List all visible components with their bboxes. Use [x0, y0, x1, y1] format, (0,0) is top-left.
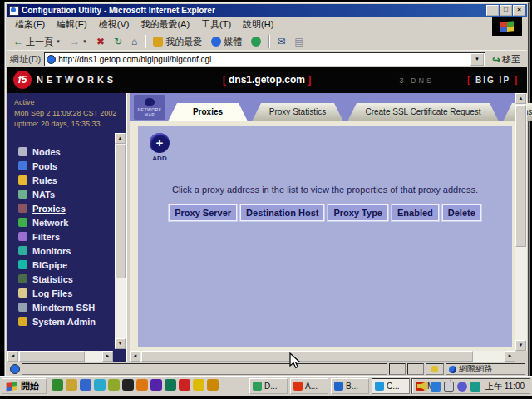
- tray-app-icon[interactable]: [457, 382, 467, 392]
- taskbar-window-button-label: C...: [387, 382, 400, 391]
- address-input[interactable]: http://dns1.getop.com/bigipgui/bigconf.c…: [44, 52, 485, 66]
- sidebar-item[interactable]: Statistics: [7, 272, 113, 286]
- quick-launch-icon[interactable]: [179, 379, 190, 391]
- maximize-button[interactable]: □: [500, 5, 512, 16]
- sidebar-item[interactable]: NATs: [7, 187, 113, 201]
- media-icon: [211, 37, 221, 47]
- menu-item[interactable]: 編輯(E): [52, 17, 92, 32]
- scrollbar-thumb[interactable]: [515, 105, 526, 247]
- taskbar-window-button[interactable]: B...: [331, 378, 369, 394]
- sidebar-item[interactable]: Filters: [7, 229, 113, 244]
- sidebar-item[interactable]: Proxies: [7, 201, 113, 215]
- refresh-button[interactable]: ↻: [111, 36, 126, 47]
- go-label: 移至: [502, 53, 520, 66]
- hostname: dns1.getop.com: [229, 74, 305, 86]
- close-button[interactable]: ×: [513, 5, 525, 16]
- menu-item[interactable]: 工具(T): [196, 17, 236, 32]
- sidebar-item[interactable]: Pools: [7, 159, 113, 173]
- mail-icon: ✉: [277, 37, 285, 47]
- scrollbar-thumb[interactable]: [115, 145, 126, 278]
- volume-icon[interactable]: [417, 382, 427, 392]
- link-bigip[interactable]: [ BIG IP ]: [467, 76, 519, 85]
- scrollbar-thumb[interactable]: [19, 351, 85, 362]
- quick-launch-icon[interactable]: [207, 379, 219, 391]
- title-bar[interactable]: Configuration Utility - Microsoft Intern…: [7, 4, 527, 17]
- mail-button[interactable]: ✉: [273, 36, 288, 47]
- link-3dns[interactable]: 3 DNS: [399, 76, 434, 85]
- sidebar-item[interactable]: Nodes: [7, 145, 113, 159]
- quick-launch-icon[interactable]: [122, 379, 134, 391]
- taskbar-window-button[interactable]: C...: [372, 378, 410, 394]
- start-button[interactable]: 開始: [2, 378, 47, 394]
- scroll-up-icon[interactable]: ▲: [515, 93, 526, 104]
- sidebar-item[interactable]: Rules: [7, 173, 113, 187]
- go-button[interactable]: ↪ 移至: [489, 53, 524, 66]
- menu-item[interactable]: 檔案(F): [10, 17, 50, 32]
- sidebar-item[interactable]: Mindterm SSH: [7, 300, 113, 314]
- media-button[interactable]: 媒體: [208, 35, 245, 49]
- quick-launch-icon[interactable]: [150, 379, 162, 391]
- quick-launch-icon[interactable]: [193, 379, 204, 391]
- back-dropdown-icon[interactable]: ▼: [56, 39, 61, 44]
- quick-launch-icon[interactable]: [108, 379, 120, 391]
- taskbar-window-button-icon: [375, 382, 384, 391]
- home-button[interactable]: ⌂: [128, 36, 140, 47]
- message-icon[interactable]: [431, 382, 441, 392]
- url-text[interactable]: http://dns1.getop.com/bigipgui/bigconf.c…: [58, 55, 468, 64]
- favorites-button[interactable]: 我的最愛: [150, 35, 205, 49]
- quick-launch-icon[interactable]: [136, 379, 148, 391]
- quick-launch-icon[interactable]: [80, 379, 91, 391]
- scroll-right-icon[interactable]: ►: [102, 351, 113, 362]
- taskbar: 開始 D... A... B... C... M...: [0, 376, 532, 396]
- add-proxy-button[interactable]: +: [150, 133, 170, 153]
- history-button[interactable]: [248, 36, 264, 47]
- print-button[interactable]: ▤: [291, 36, 307, 47]
- forward-button[interactable]: → ▼: [66, 36, 91, 47]
- quick-launch-icon[interactable]: [165, 379, 176, 391]
- table-header-cell[interactable]: Delete: [442, 204, 481, 221]
- menu-item[interactable]: 說明(H): [238, 17, 278, 32]
- scroll-left-icon[interactable]: ◄: [130, 351, 140, 362]
- sidebar-item[interactable]: Monitors: [7, 244, 113, 258]
- main-horizontal-scrollbar[interactable]: ◄ ►: [130, 351, 515, 362]
- table-header-cell[interactable]: Proxy Server: [169, 204, 237, 221]
- sidebar-item[interactable]: System Admin: [7, 314, 113, 328]
- taskbar-window-button[interactable]: D...: [249, 378, 288, 394]
- scroll-left-icon[interactable]: ◄: [7, 351, 18, 362]
- quick-launch-icon[interactable]: [66, 379, 77, 391]
- table-header-cell[interactable]: Destination Host: [240, 204, 324, 221]
- display-icon[interactable]: [444, 382, 454, 392]
- scroll-right-icon[interactable]: ►: [505, 351, 515, 362]
- tab[interactable]: Proxies: [168, 103, 248, 121]
- forward-dropdown-icon[interactable]: ▼: [82, 39, 87, 44]
- scrollbar-thumb[interactable]: [141, 351, 473, 362]
- status-line: Mon Sep 2 11:09:28 CST 2002: [14, 108, 116, 119]
- network-map-button[interactable]: NETWORK MAP: [134, 95, 165, 120]
- stop-button[interactable]: ✖: [93, 36, 108, 47]
- taskbar-clock: 上午 11:00: [485, 381, 525, 392]
- table-header-cell[interactable]: Proxy Type: [328, 204, 388, 221]
- sidebar-horizontal-scrollbar[interactable]: ◄ ►: [7, 351, 113, 362]
- tab[interactable]: Proxy Statistics: [252, 103, 343, 121]
- sidebar-item-icon: [18, 175, 27, 185]
- scroll-up-icon[interactable]: ▲: [115, 133, 126, 144]
- address-dropdown-button[interactable]: ▼: [470, 53, 484, 66]
- tab[interactable]: Create SSL Certificate Request: [347, 103, 499, 121]
- main-vertical-scrollbar[interactable]: ▲ ▼: [515, 93, 527, 351]
- table-header-cell[interactable]: Enabled: [392, 204, 439, 221]
- minimize-button[interactable]: _: [486, 5, 499, 16]
- menu-item[interactable]: 檢視(V): [94, 17, 135, 32]
- sidebar-item[interactable]: Network: [7, 215, 113, 229]
- quick-launch-icon[interactable]: [52, 379, 63, 391]
- sidebar-vertical-scrollbar[interactable]: ▲ ▼: [115, 133, 126, 349]
- network-status-icon[interactable]: [470, 382, 480, 392]
- taskbar-window-button[interactable]: A...: [290, 378, 328, 394]
- sidebar-item-icon: [18, 288, 27, 298]
- scroll-down-icon[interactable]: ▼: [515, 340, 526, 351]
- scroll-down-icon[interactable]: ▼: [115, 338, 126, 349]
- back-button[interactable]: ← 上一頁 ▼: [10, 35, 64, 49]
- quick-launch-icon[interactable]: [94, 379, 106, 391]
- sidebar-item[interactable]: Log Files: [7, 286, 113, 300]
- menu-item[interactable]: 我的最愛(A): [135, 17, 195, 32]
- sidebar-item[interactable]: BIGpipe: [7, 258, 113, 272]
